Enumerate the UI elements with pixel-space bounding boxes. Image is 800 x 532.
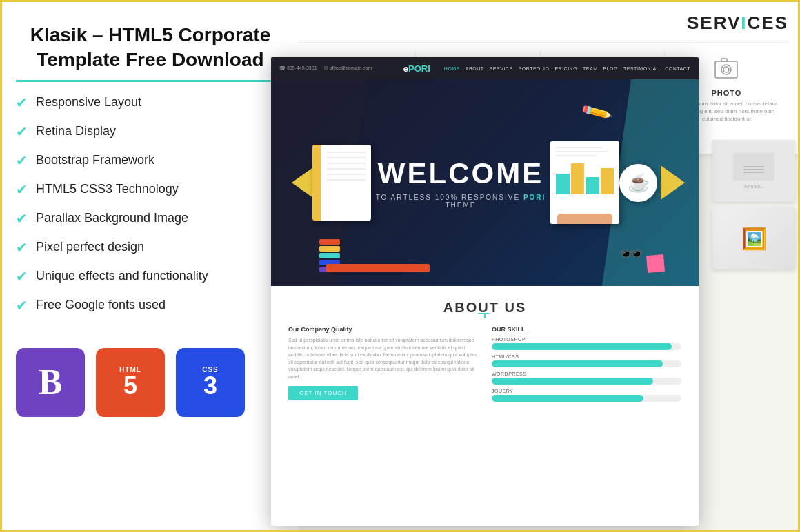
skill-fill bbox=[492, 395, 643, 402]
site-email: ✉ office@domain.com bbox=[324, 65, 372, 71]
feature-label: Parallax Background Image bbox=[36, 211, 188, 225]
swatch-orange bbox=[319, 239, 340, 245]
swatch-teal bbox=[319, 253, 340, 258]
skill-name: HTML/CSS bbox=[492, 354, 681, 359]
site-hero: WELCOME TO ARTLESS 100% RESPONSIVE PORI … bbox=[271, 79, 699, 286]
page-title: Klasik – HTML5 Corporate Template Free D… bbox=[16, 23, 285, 82]
nav-link-team[interactable]: TEAM bbox=[583, 66, 597, 71]
services-title: SERVICES bbox=[292, 12, 788, 34]
hero-next-arrow[interactable] bbox=[661, 165, 685, 200]
bootstrap-badge: B bbox=[16, 348, 85, 417]
hero-subtitle: TO ARTLESS 100% RESPONSIVE PORI THEME bbox=[371, 194, 550, 209]
check-icon: ✔ bbox=[16, 181, 28, 198]
hero-sticky-note bbox=[646, 254, 665, 273]
thumbnail-panel-1: Symbol... bbox=[712, 140, 795, 202]
site-nav-links: HOME ABOUT SERVICE PORTFOLIO PRICING TEA… bbox=[444, 66, 690, 71]
hero-title: WELCOME bbox=[371, 157, 550, 190]
tech-badges: B HTML 5 CSS 3 bbox=[16, 334, 285, 417]
get-in-touch-button[interactable]: GET IN TOUCH bbox=[288, 386, 358, 400]
list-item: ✔ Parallax Background Image bbox=[16, 210, 285, 227]
feature-label: Free Google fonts used bbox=[36, 298, 166, 312]
skill-htmlcss: HTML/CSS bbox=[492, 354, 681, 367]
skill-track bbox=[492, 378, 681, 385]
skill-track bbox=[492, 395, 681, 402]
list-item: ✔ Pixel perfect design bbox=[16, 239, 285, 256]
list-item: ✔ Bootstrap Framework bbox=[16, 152, 285, 169]
about-skills: OUR SKILL PHOTOSHOP HTML/CSS bbox=[492, 326, 681, 406]
svg-point-22 bbox=[723, 67, 729, 72]
thumbnail-panel-2: 🖼️ bbox=[712, 207, 795, 269]
css3-badge: CSS 3 bbox=[176, 348, 245, 417]
list-item: ✔ HTML5 CSS3 Technology bbox=[16, 181, 285, 198]
right-thumbnails: Symbol... 🖼️ bbox=[712, 140, 800, 275]
thumb-icon: 🖼️ bbox=[741, 227, 767, 251]
site-logo: ePORI bbox=[403, 63, 430, 74]
hero-banner bbox=[326, 264, 430, 272]
hero-content: WELCOME TO ARTLESS 100% RESPONSIVE PORI … bbox=[371, 157, 550, 209]
nav-link-testimonial[interactable]: TESTIMONIAL bbox=[623, 66, 659, 71]
hero-coffee-cup: ☕ bbox=[619, 164, 657, 202]
check-icon: ✔ bbox=[16, 239, 28, 256]
site-navbar: ☎ 305-449-3301 ✉ office@domain.com ePORI… bbox=[271, 57, 699, 79]
company-quality-text: Sed ut perspiciatis unde omnia iste natu… bbox=[288, 337, 478, 380]
about-title: ABOUT US bbox=[288, 300, 681, 316]
skill-name: JQUERY bbox=[492, 389, 681, 393]
swatch-yellow bbox=[319, 246, 340, 252]
skills-title: OUR SKILL bbox=[492, 326, 681, 333]
website-preview: ☎ 305-449-3301 ✉ office@domain.com ePORI… bbox=[271, 57, 699, 526]
features-list: ✔ Responsive Layout ✔ Retina Display ✔ B… bbox=[16, 94, 285, 314]
left-panel: Klasik – HTML5 Corporate Template Free D… bbox=[2, 2, 299, 532]
nav-link-blog[interactable]: BLOG bbox=[603, 66, 618, 71]
services-title-accent: I bbox=[741, 12, 747, 33]
list-item: ✔ Unique effects and functionality bbox=[16, 268, 285, 285]
html5-number: 5 bbox=[119, 374, 141, 398]
thumb-content: Symbol... bbox=[730, 150, 778, 192]
hero-glasses-icon: 🕶️ bbox=[619, 243, 643, 265]
skill-track bbox=[492, 343, 681, 350]
feature-label: Bootstrap Framework bbox=[36, 153, 154, 167]
skill-track bbox=[492, 360, 681, 367]
check-icon: ✔ bbox=[16, 94, 28, 111]
nav-link-service[interactable]: SERVICE bbox=[489, 66, 512, 71]
check-icon: ✔ bbox=[16, 297, 28, 314]
check-icon: ✔ bbox=[16, 123, 28, 140]
list-item: ✔ Free Google fonts used bbox=[16, 297, 285, 314]
skill-name: WORDPRESS bbox=[492, 371, 681, 376]
skill-fill bbox=[492, 378, 653, 385]
nav-link-pricing[interactable]: PRICING bbox=[554, 66, 577, 71]
svg-point-21 bbox=[721, 65, 731, 74]
bootstrap-icon: B bbox=[39, 362, 63, 402]
list-item: ✔ Retina Display bbox=[16, 123, 285, 140]
feature-label: HTML5 CSS3 Technology bbox=[36, 182, 179, 196]
feature-label: Retina Display bbox=[36, 124, 116, 139]
feature-label: Responsive Layout bbox=[36, 95, 141, 110]
about-columns: Our Company Quality Sed ut perspiciatis … bbox=[288, 326, 681, 406]
skill-fill bbox=[492, 360, 663, 367]
skill-jquery: JQUERY bbox=[492, 389, 681, 402]
check-icon: ✔ bbox=[16, 152, 28, 169]
hero-brand: PORI bbox=[523, 194, 546, 201]
nav-link-contact[interactable]: CONTACT bbox=[665, 66, 690, 71]
skill-photoshop: PHOTOSHOP bbox=[492, 337, 681, 350]
css3-number: 3 bbox=[202, 374, 219, 398]
check-icon: ✔ bbox=[16, 268, 28, 285]
nav-link-portfolio[interactable]: PORTFOLIO bbox=[519, 66, 550, 71]
nav-link-about[interactable]: ABOUT bbox=[466, 66, 484, 71]
skill-name: PHOTOSHOP bbox=[492, 337, 681, 342]
html5-badge: HTML 5 bbox=[96, 348, 165, 417]
skill-wordpress: WORDPRESS bbox=[492, 371, 681, 385]
about-company-quality: Our Company Quality Sed ut perspiciatis … bbox=[288, 326, 478, 406]
feature-label: Unique effects and functionality bbox=[36, 269, 208, 283]
company-quality-title: Our Company Quality bbox=[288, 326, 478, 333]
svg-rect-23 bbox=[721, 59, 727, 61]
list-item: ✔ Responsive Layout bbox=[16, 94, 285, 111]
nav-link-home[interactable]: HOME bbox=[444, 66, 460, 71]
site-phone: ☎ 305-449-3301 bbox=[279, 65, 317, 71]
check-icon: ✔ bbox=[16, 210, 28, 227]
skill-fill bbox=[492, 343, 672, 350]
hero-notebook bbox=[312, 145, 371, 221]
right-panel: SERVICES GRAPHICS Lorem ipsum dolor sit … bbox=[243, 2, 800, 532]
svg-rect-20 bbox=[715, 61, 737, 78]
site-about-section: ABOUT US Our Company Quality Sed ut pers… bbox=[271, 286, 699, 420]
feature-label: Pixel perfect design bbox=[36, 240, 144, 254]
